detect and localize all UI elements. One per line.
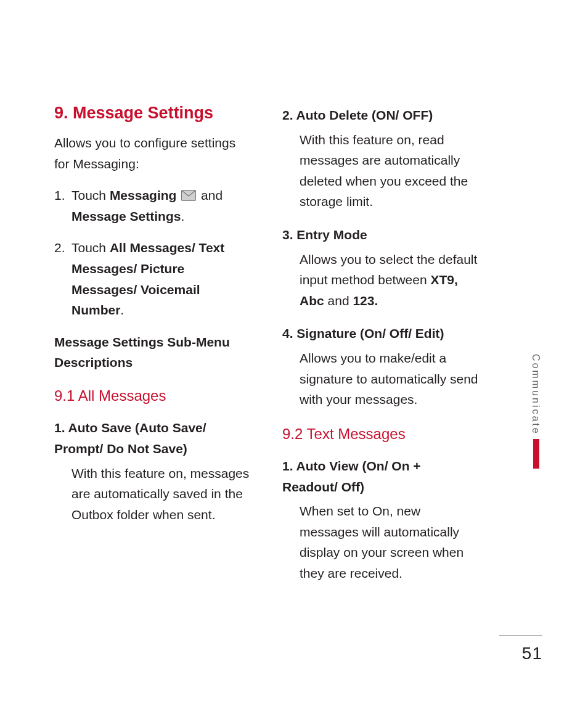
item-3-head: 3. Entry Mode bbox=[282, 224, 480, 245]
section-title-text: Message Settings bbox=[73, 104, 213, 122]
item-auto-delete: 2. Auto Delete (ON/ OFF) With this featu… bbox=[282, 105, 480, 212]
left-column: 9. Message Settings Allows you to config… bbox=[54, 105, 251, 596]
item-1-head: 1. Auto Save (Auto Save/ Prompt/ Do Not … bbox=[54, 417, 251, 459]
side-tab-label: Communicate bbox=[530, 354, 541, 435]
step-1-bold2: Message Settings bbox=[71, 209, 181, 223]
item-9-2-1-body: When set to On, new messages will automa… bbox=[282, 501, 480, 583]
section-intro: Allows you to configure settings for Mes… bbox=[54, 133, 251, 174]
step-1: Touch Messaging and Message Settings. bbox=[54, 185, 251, 226]
item-4-body: Allows you to make/edit a signature to a… bbox=[282, 348, 480, 410]
item-signature: 4. Signature (On/ Off/ Edit) Allows you … bbox=[282, 323, 480, 409]
item-3-body-mid: and bbox=[324, 293, 353, 308]
section-title: 9. Message Settings bbox=[54, 105, 251, 121]
step-1-bold1: Messaging bbox=[110, 188, 177, 202]
item-9-2-1-head: 1. Auto View (On/ On + Readout/ Off) bbox=[282, 456, 480, 497]
step-2: Touch All Messages/ Text Messages/ Pictu… bbox=[54, 237, 251, 320]
submenu-heading: Message Settings Sub-Menu Descriptions bbox=[54, 332, 251, 373]
side-tab: Communicate bbox=[530, 354, 542, 469]
step-1-pre: Touch bbox=[71, 188, 110, 202]
item-4-head: 4. Signature (On/ Off/ Edit) bbox=[282, 323, 480, 344]
page-number: 51 bbox=[522, 644, 542, 663]
step-2-post: . bbox=[120, 303, 124, 317]
item-1-body: With this feature on, messages are autom… bbox=[54, 463, 251, 525]
right-column: 2. Auto Delete (ON/ OFF) With this featu… bbox=[282, 105, 480, 596]
step-1-mid: and bbox=[197, 188, 223, 202]
item-3-body: Allows you to select the default input m… bbox=[282, 249, 480, 311]
steps-list: Touch Messaging and Message Settings. To… bbox=[54, 185, 251, 321]
sub-9-1-title: 9.1 All Messages bbox=[54, 384, 251, 408]
step-2-pre: Touch bbox=[71, 240, 110, 255]
item-entry-mode: 3. Entry Mode Allows you to select the d… bbox=[282, 224, 480, 311]
item-auto-view: 1. Auto View (On/ On + Readout/ Off) Whe… bbox=[282, 456, 480, 584]
page-number-rule bbox=[499, 635, 542, 636]
envelope-icon bbox=[181, 186, 196, 197]
step-1-post: . bbox=[181, 209, 184, 223]
item-2-body: With this feature on, read messages are … bbox=[282, 129, 480, 212]
page-content: 9. Message Settings Allows you to config… bbox=[54, 105, 480, 596]
side-tab-bar bbox=[533, 439, 539, 469]
item-3-body-bold2: 123. bbox=[353, 293, 378, 308]
sub-9-2-title: 9.2 Text Messages bbox=[282, 422, 480, 446]
section-number: 9. bbox=[54, 104, 68, 122]
item-auto-save: 1. Auto Save (Auto Save/ Prompt/ Do Not … bbox=[54, 417, 251, 525]
item-2-head: 2. Auto Delete (ON/ OFF) bbox=[282, 105, 480, 126]
